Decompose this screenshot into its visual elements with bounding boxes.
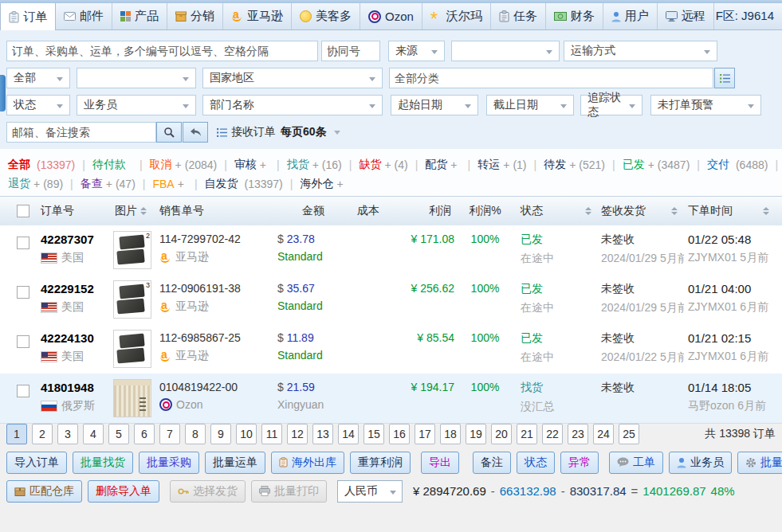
sort-icon[interactable] bbox=[140, 207, 147, 215]
page-button[interactable]: 14 bbox=[338, 424, 359, 444]
status-select[interactable]: 状态 bbox=[6, 95, 70, 115]
col-status[interactable]: 状态 bbox=[514, 197, 598, 225]
page-button[interactable]: 11 bbox=[261, 424, 282, 444]
tab-amazon[interactable]: 亚马逊 bbox=[223, 3, 292, 29]
page-size-select[interactable]: 每页60条 bbox=[281, 122, 340, 143]
delete-imported-button[interactable]: 删除导入单 bbox=[88, 480, 159, 503]
product-image[interactable]: 2 bbox=[113, 231, 151, 269]
page-button[interactable]: 16 bbox=[389, 424, 410, 444]
tab-ozon[interactable]: Ozon bbox=[360, 3, 422, 29]
row-checkbox[interactable] bbox=[17, 385, 29, 397]
col-order-time[interactable]: 下单时间 bbox=[684, 197, 782, 225]
status-filter-overseas-warehouse[interactable]: 海外仓+ bbox=[283, 177, 347, 191]
tab-finance[interactable]: 财务 bbox=[546, 3, 603, 29]
page-button[interactable]: 1 bbox=[6, 424, 27, 444]
category-input[interactable] bbox=[389, 68, 713, 88]
status-filter-sourcing[interactable]: 找货+(16) bbox=[269, 158, 342, 172]
order-search-input[interactable] bbox=[6, 41, 318, 61]
import-orders-button[interactable]: 导入订单 bbox=[6, 452, 67, 474]
ticket-button[interactable]: 工单 bbox=[609, 452, 663, 474]
tab-users[interactable]: 用户 bbox=[603, 3, 658, 29]
status-filter-problem[interactable]: 问题+(660) bbox=[768, 158, 782, 172]
page-button[interactable]: 6 bbox=[134, 424, 155, 444]
page-button[interactable]: 25 bbox=[619, 424, 639, 444]
sort-icon[interactable] bbox=[585, 207, 591, 215]
col-image[interactable]: 图片 bbox=[112, 197, 153, 225]
tab-tasks[interactable]: 任务 bbox=[491, 3, 546, 29]
filter-select-blank-1[interactable] bbox=[451, 41, 560, 61]
status-filter-allocating[interactable]: 配货+ bbox=[408, 158, 461, 172]
tab-products[interactable]: 产品 bbox=[112, 3, 167, 29]
page-button[interactable]: 20 bbox=[491, 424, 512, 444]
receive-orders-toggle[interactable]: 接收订单 bbox=[217, 122, 276, 143]
status-filter-fba[interactable]: FBA+ bbox=[136, 178, 187, 190]
page-button[interactable]: 22 bbox=[542, 424, 563, 444]
product-image[interactable] bbox=[113, 330, 151, 368]
status-filter-self-shipped[interactable]: 自发货(13397) bbox=[187, 177, 283, 191]
shipping-method-select[interactable]: 运输方式 bbox=[564, 41, 717, 61]
tab-mail[interactable]: 邮件 bbox=[56, 3, 112, 29]
batch-waybill-button[interactable]: 批量运单 bbox=[205, 452, 265, 474]
page-button[interactable]: 24 bbox=[593, 424, 614, 444]
salesman-button[interactable]: 业务员 bbox=[669, 452, 732, 474]
salesman-select[interactable]: 业务员 bbox=[77, 95, 196, 115]
select-all-checkbox[interactable] bbox=[17, 205, 29, 217]
order-number[interactable]: 42224130 bbox=[41, 331, 112, 345]
status-filter-to-ship[interactable]: 待发+(521) bbox=[527, 158, 606, 172]
category-list-button[interactable] bbox=[714, 68, 735, 88]
search-button[interactable] bbox=[156, 122, 182, 143]
page-button[interactable]: 12 bbox=[287, 424, 308, 444]
page-button[interactable]: 13 bbox=[312, 424, 333, 444]
tab-walmart[interactable]: 沃尔玛 bbox=[422, 3, 491, 29]
status-button[interactable]: 状态 bbox=[517, 452, 555, 474]
country-select[interactable]: 国家地区 bbox=[202, 68, 383, 88]
recalc-profit-button[interactable]: 重算利润 bbox=[350, 452, 411, 474]
page-button[interactable]: 8 bbox=[185, 424, 206, 444]
page-button[interactable]: 4 bbox=[83, 424, 104, 444]
batch-ship-button[interactable]: 批量发货 bbox=[737, 452, 782, 474]
sort-icon[interactable] bbox=[763, 207, 769, 215]
sort-icon[interactable] bbox=[671, 207, 678, 215]
page-button[interactable]: 9 bbox=[210, 424, 231, 444]
batch-sourcing-button[interactable]: 批量找货 bbox=[73, 452, 133, 474]
status-filter-archive[interactable]: 备查+(47) bbox=[63, 177, 136, 191]
page-button[interactable]: 3 bbox=[57, 424, 78, 444]
status-filter-review[interactable]: 审核+ bbox=[217, 158, 269, 172]
exception-button[interactable]: 异常 bbox=[560, 452, 599, 474]
note-button[interactable]: 备注 bbox=[473, 452, 511, 474]
page-button[interactable]: 23 bbox=[568, 424, 588, 444]
status-filter-all[interactable]: 全部(13397) bbox=[8, 158, 75, 172]
order-number[interactable]: 42229152 bbox=[41, 282, 112, 295]
status-filter-pending-payment[interactable]: 待付款 bbox=[75, 158, 132, 172]
order-number[interactable]: 41801948 bbox=[41, 381, 112, 394]
status-filter-out-of-stock[interactable]: 缺货+(4) bbox=[342, 158, 408, 172]
source-select[interactable]: 来源 bbox=[388, 41, 445, 61]
page-button[interactable]: 5 bbox=[108, 424, 129, 444]
row-checkbox[interactable] bbox=[17, 286, 29, 299]
department-select[interactable]: 部门名称 bbox=[202, 95, 383, 115]
page-button[interactable]: 19 bbox=[466, 424, 486, 444]
status-filter-shipped[interactable]: 已发+(3487) bbox=[605, 158, 690, 172]
status-filter-returns[interactable]: 退货+(89) bbox=[8, 177, 63, 191]
tracking-status-select[interactable]: 追踪状态 bbox=[580, 95, 642, 115]
page-button[interactable]: 18 bbox=[440, 424, 461, 444]
status-filter-cancelled[interactable]: 取消+(2084) bbox=[132, 158, 217, 172]
tab-orders[interactable]: 订单 bbox=[0, 3, 56, 30]
currency-select[interactable]: 人民币 bbox=[337, 480, 403, 503]
undo-button[interactable] bbox=[183, 122, 208, 143]
match-warehouse-button[interactable]: 匹配仓库 bbox=[6, 480, 82, 503]
row-checkbox[interactable] bbox=[17, 335, 29, 348]
end-date-select[interactable]: 截止日期 bbox=[486, 95, 574, 115]
product-image[interactable]: 3 bbox=[113, 280, 151, 319]
export-button[interactable]: 导出 bbox=[421, 452, 459, 474]
no-print-warning-select[interactable]: 未打单预警 bbox=[650, 95, 761, 115]
page-button[interactable]: 2 bbox=[32, 424, 53, 444]
page-button[interactable]: 17 bbox=[415, 424, 435, 444]
col-sign-ship[interactable]: 签收发货 bbox=[598, 197, 684, 225]
status-filter-transfer[interactable]: 转运+(1) bbox=[461, 158, 527, 172]
filter-select-blank-2[interactable] bbox=[77, 68, 196, 88]
select-ship-button[interactable]: 选择发货 bbox=[170, 480, 246, 503]
batch-print-button[interactable]: 批量打印 bbox=[251, 480, 327, 503]
overseas-outbound-button[interactable]: 海外出库 bbox=[271, 452, 344, 474]
order-number[interactable]: 42287307 bbox=[41, 233, 112, 246]
